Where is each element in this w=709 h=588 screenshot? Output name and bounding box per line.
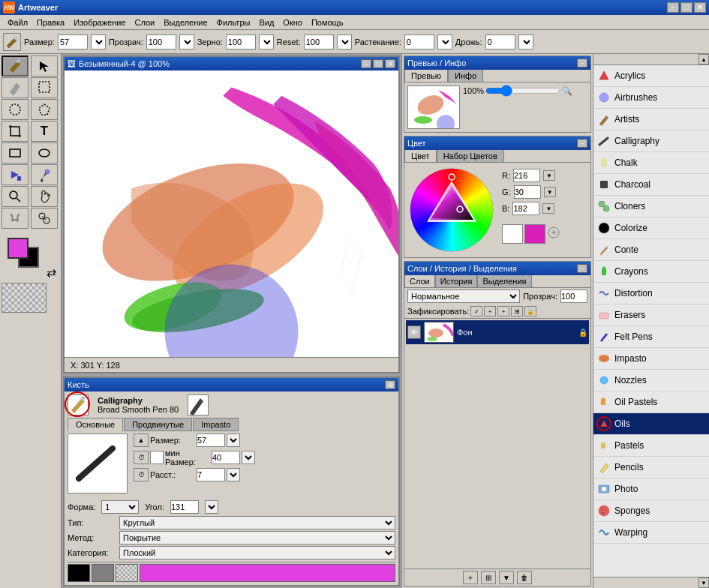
menu-edit[interactable]: Правка <box>32 16 69 28</box>
hardness-select[interactable] <box>259 34 274 50</box>
r-input[interactable] <box>513 169 540 182</box>
color-magenta[interactable] <box>140 564 395 582</box>
zoom-slider[interactable] <box>485 86 560 96</box>
tremor-select[interactable] <box>518 34 533 50</box>
lock-checkbox[interactable]: ✓ <box>470 306 482 316</box>
layer-row-0[interactable]: 👁 Фон 🔒 <box>406 320 589 344</box>
tool-rect[interactable] <box>2 142 29 164</box>
layer-eye-icon[interactable]: 👁 <box>407 326 421 339</box>
pattern-swatch[interactable] <box>2 283 47 313</box>
menu-help[interactable]: Помощь <box>307 16 348 28</box>
brush-list-item-crayons[interactable]: Crayons <box>593 261 709 283</box>
size-select[interactable] <box>91 34 106 50</box>
transparency-select[interactable] <box>179 34 194 50</box>
tab-info[interactable]: Инфо <box>448 70 483 82</box>
tool-ellipse[interactable] <box>31 142 58 164</box>
tab-impasto[interactable]: Impasto <box>193 418 239 431</box>
opacity-input[interactable] <box>560 290 587 303</box>
spread-input[interactable] <box>404 34 434 50</box>
brush-list-item-pencils[interactable]: Pencils <box>593 457 709 478</box>
tab-color-set[interactable]: Набор Цветов <box>437 150 504 163</box>
tab-layers[interactable]: Слои <box>404 275 435 288</box>
canvas-close[interactable]: ✕ <box>385 59 395 68</box>
spread-select[interactable] <box>437 34 452 50</box>
add-layer-btn[interactable]: + <box>497 306 509 316</box>
brush-size-select[interactable] <box>227 434 240 447</box>
brush-list-item-warping[interactable]: Warping <box>593 522 709 544</box>
brush-list-item-erasers[interactable]: Erasers <box>593 304 709 326</box>
tab-selections[interactable]: Выделения <box>477 275 531 288</box>
lock-icon-btn[interactable]: + <box>484 306 496 316</box>
tool-rect-select[interactable] <box>31 77 58 98</box>
pick-from-canvas-icon[interactable] <box>547 226 560 239</box>
brush-tool-icon[interactable] <box>3 33 21 51</box>
layers-btn-merge[interactable]: ▼ <box>499 571 514 584</box>
maximize-button[interactable]: □ <box>680 2 692 13</box>
tool-dropper[interactable] <box>31 164 58 185</box>
tool-pencil[interactable] <box>2 77 29 98</box>
brush-list-item-conte[interactable]: Conte <box>593 239 709 261</box>
brush-icon2[interactable] <box>188 394 209 416</box>
layers-btn-add[interactable]: + <box>463 571 478 584</box>
brush-list-item-oil-pastels[interactable]: Oil Pastels <box>593 392 709 413</box>
menu-file[interactable]: Файл <box>3 16 32 28</box>
b-input[interactable] <box>512 202 539 215</box>
color-pattern[interactable] <box>116 564 138 582</box>
menu-window[interactable]: Окно <box>278 16 307 28</box>
color-panel-close[interactable]: − <box>577 139 587 148</box>
color-gray[interactable] <box>92 564 114 582</box>
blend-mode-select[interactable]: Нормальное <box>407 290 520 303</box>
reset-select[interactable] <box>337 34 352 50</box>
preview-close[interactable]: − <box>577 58 587 68</box>
brush-list-item-calligraphy[interactable]: Calligraphy <box>593 130 709 152</box>
brush-size-input[interactable] <box>197 434 225 447</box>
tool-crop[interactable] <box>2 121 29 142</box>
layer-lock-btn[interactable]: 🔒 <box>524 306 536 316</box>
tool-hand[interactable] <box>31 186 58 207</box>
g-input[interactable] <box>514 185 541 199</box>
layers-close[interactable]: − <box>577 264 587 273</box>
swap-colors-icon[interactable]: ⇄ <box>47 266 56 280</box>
brush-list-scroll-up[interactable]: ▲ <box>698 54 709 64</box>
tool-lasso[interactable] <box>2 99 29 120</box>
tool-fill[interactable] <box>2 164 29 185</box>
tool-zoom[interactable] <box>2 186 29 207</box>
brush-list-item-sponges[interactable]: Sponges <box>593 500 709 522</box>
r-arrow[interactable]: ▼ <box>543 170 555 181</box>
minimize-button[interactable]: − <box>667 2 679 13</box>
menu-layers[interactable]: Слои <box>131 16 160 28</box>
tab-basic[interactable]: Основные <box>68 418 123 431</box>
brush-list-item-distortion[interactable]: Distortion <box>593 283 709 304</box>
canvas-maximize[interactable]: □ <box>373 59 383 68</box>
method-select[interactable]: Покрытие <box>119 531 395 544</box>
brush-list-item-chalk[interactable]: Chalk <box>593 152 709 174</box>
foreground-color-swatch[interactable] <box>8 238 29 259</box>
tool-select[interactable] <box>31 56 58 76</box>
type-select[interactable]: Круглый <box>119 516 395 530</box>
color-wheel-container[interactable] <box>407 166 496 254</box>
tab-preview[interactable]: Превью <box>404 70 448 82</box>
layers-btn-delete[interactable]: 🗑 <box>517 571 532 584</box>
spacing-input[interactable] <box>197 468 225 482</box>
tool-brush[interactable] <box>2 56 29 76</box>
brush-list-item-acrylics[interactable]: Acrylics <box>593 65 709 87</box>
tab-color[interactable]: Цвет <box>404 150 437 163</box>
reset-input[interactable] <box>304 34 334 50</box>
angle-select[interactable] <box>205 500 218 514</box>
b-arrow[interactable]: ▼ <box>542 203 554 214</box>
brush-list-item-impasto[interactable]: Impasto <box>593 348 709 370</box>
category-select[interactable]: Плоский <box>119 546 395 560</box>
brush-list-item-colorize[interactable]: Colorize <box>593 218 709 239</box>
close-button[interactable]: ✕ <box>694 2 706 13</box>
tool-text[interactable]: T <box>31 121 58 142</box>
menu-filters[interactable]: Фильтры <box>212 16 255 28</box>
shape-select[interactable]: 1 <box>101 500 139 514</box>
tool-polygon-lasso[interactable] <box>31 99 58 120</box>
tool-smudge[interactable] <box>2 208 29 229</box>
spacing-select[interactable] <box>227 468 240 482</box>
color-black[interactable] <box>68 564 90 582</box>
hardness-input[interactable] <box>226 34 256 50</box>
brush-list-item-artists[interactable]: Artists <box>593 109 709 130</box>
min-size-input[interactable] <box>212 451 240 464</box>
tab-history[interactable]: История <box>435 275 478 288</box>
